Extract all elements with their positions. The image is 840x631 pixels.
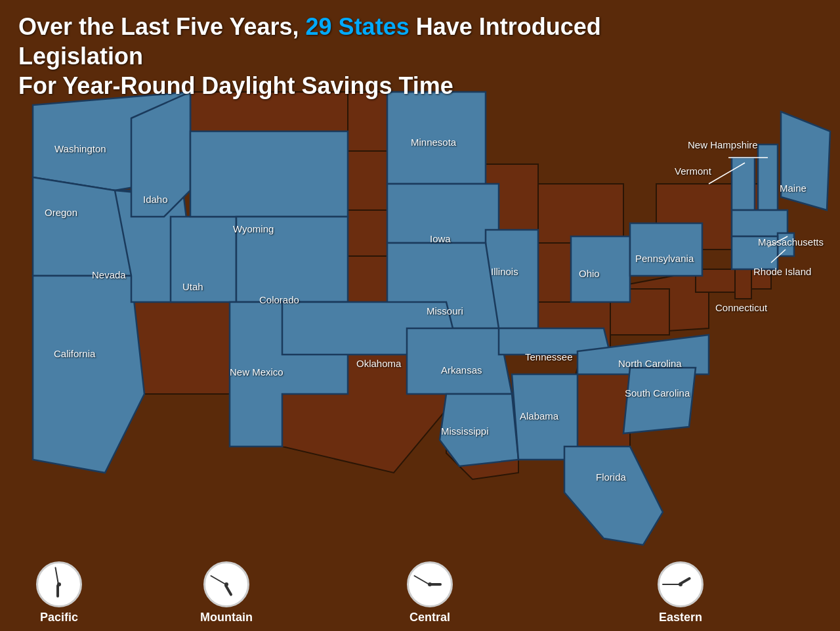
eastern-label: Eastern xyxy=(659,611,702,624)
pacific-clock-face xyxy=(36,561,82,607)
timezone-central: Central xyxy=(407,561,453,624)
title-block: Over the Last Five Years, 29 States Have… xyxy=(18,12,609,100)
pacific-clock-center xyxy=(57,582,61,586)
eastern-clock-center xyxy=(679,582,682,586)
mountain-clock-face xyxy=(203,561,249,607)
timezone-eastern: Eastern xyxy=(658,561,704,624)
pacific-label: Pacific xyxy=(40,611,78,624)
page-title: Over the Last Five Years, 29 States Have… xyxy=(18,12,609,100)
central-label: Central xyxy=(410,611,450,624)
mountain-label: Mountain xyxy=(200,611,253,624)
eastern-clock-face xyxy=(658,561,704,607)
central-clock-face xyxy=(407,561,453,607)
title-prefix: Over the Last Five Years, xyxy=(18,13,306,40)
title-line2: For Year-Round Daylight Savings Time xyxy=(18,72,453,99)
central-clock-center xyxy=(428,582,432,586)
mountain-clock-center xyxy=(224,582,228,586)
title-highlight: 29 States xyxy=(306,13,410,40)
timezone-mountain: Mountain xyxy=(200,561,253,624)
timezone-pacific: Pacific xyxy=(36,561,82,624)
